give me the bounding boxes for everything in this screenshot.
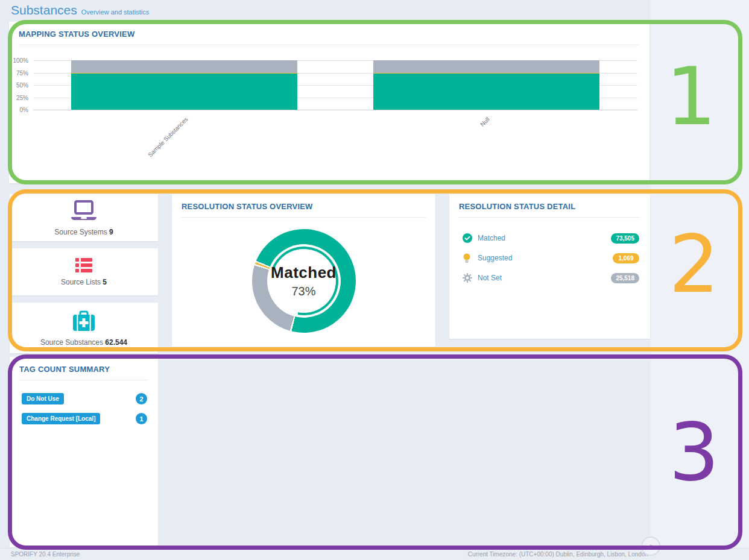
tag-row: Do Not Use 2 (22, 393, 147, 404)
stat-value: 5 (103, 278, 107, 286)
status-row-suggested: Suggested 1,069 (463, 252, 639, 264)
divider (459, 217, 640, 218)
page-title: Substances (11, 3, 77, 17)
y-axis-tick: 100% (13, 57, 28, 64)
stat-card-source-substances[interactable]: Source Substances 62.544 (10, 303, 158, 353)
stacked-bar-0[interactable] (71, 60, 298, 110)
bar-segment-not-set[interactable] (373, 60, 600, 73)
tag-count-summary-panel: TAG COUNT SUMMARY Do Not Use 2 Change Re… (10, 357, 158, 547)
tag-pill-do-not-use[interactable]: Do Not Use (22, 393, 64, 404)
y-axis-tick: 0% (20, 107, 28, 113)
bar-segment-matched[interactable] (71, 74, 298, 110)
panel-title-resolution-overview: RESOLUTION STATUS OVERVIEW (182, 202, 313, 211)
resolution-status-detail-panel: RESOLUTION STATUS DETAIL Matched 73,505 … (449, 194, 650, 339)
resolution-donut-chart[interactable]: Matched 73% (252, 229, 356, 333)
annotation-number-2: 2 (669, 224, 719, 304)
count-badge-suggested: 1,069 (613, 253, 639, 263)
status-link-suggested[interactable]: Suggested (478, 254, 613, 262)
app-version-label: SPORIFY 20.4 Enterprise (11, 551, 80, 558)
lightbulb-icon (463, 253, 472, 263)
annotation-number-1: 1 (666, 57, 716, 136)
stat-label: Source Systems 9 (54, 228, 113, 236)
mapping-bar-chart: 100%75%50%25%0%Sample SubstancesNull (33, 60, 637, 110)
donut-center-label: Matched 73% (252, 229, 356, 333)
stat-value: 9 (109, 228, 113, 236)
y-axis-tick: 25% (16, 94, 28, 101)
footer-bar: SPORIFY 20.4 Enterprise Current Timezone… (0, 548, 749, 560)
app-screen: SubstancesOverview and statistics MAPPIN… (0, 0, 749, 560)
mapping-status-panel: MAPPING STATUS OVERVIEW 100%75%50%25%0%S… (9, 22, 649, 183)
bar-slot: Sample Substances (33, 60, 335, 110)
page-header: SubstancesOverview and statistics (11, 3, 149, 17)
tag-pill-change-request-local[interactable]: Change Request [Local] (22, 413, 100, 424)
bar-slot: Null (335, 60, 637, 110)
stat-label: Source Substances 62.544 (40, 338, 127, 347)
stat-value: 62.544 (105, 338, 127, 347)
page-subtitle: Overview and statistics (81, 8, 149, 16)
status-row-matched: Matched 73,505 (463, 232, 639, 244)
donut-center-value: 73% (291, 285, 315, 298)
annotation-number-3: 3 (669, 412, 719, 492)
panel-title-tag-summary: TAG COUNT SUMMARY (19, 365, 110, 374)
tag-count-badge[interactable]: 1 (136, 413, 147, 424)
stat-label: Source Lists 5 (61, 278, 107, 286)
panel-title-mapping: MAPPING STATUS OVERVIEW (19, 30, 134, 39)
donut-center-title: Matched (271, 263, 337, 282)
tag-row: Change Request [Local] 1 (22, 413, 147, 424)
status-link-not-set[interactable]: Not Set (478, 274, 611, 282)
bar-segment-matched[interactable] (373, 74, 600, 110)
arrow-up-icon (646, 542, 655, 550)
divider (19, 45, 640, 45)
x-axis-label: Sample Substances (147, 116, 189, 159)
divider (19, 380, 148, 380)
stat-card-source-lists[interactable]: Source Lists 5 (10, 248, 158, 295)
stat-card-source-systems[interactable]: Source Systems 9 (10, 194, 158, 241)
panel-title-resolution-detail: RESOLUTION STATUS DETAIL (459, 202, 575, 211)
x-axis-label: Null (479, 116, 491, 128)
bar-segment-not-set[interactable] (71, 60, 298, 73)
medical-case-icon (71, 310, 96, 333)
divider (182, 217, 426, 218)
gear-icon (463, 273, 472, 283)
stacked-bar-1[interactable] (373, 60, 600, 110)
y-axis-tick: 75% (16, 69, 28, 76)
timezone-label: Current Timezone: (UTC+00:00) Dublin, Ed… (468, 551, 648, 558)
gridline (33, 110, 637, 110)
laptop-icon (69, 200, 98, 222)
check-circle-icon (463, 233, 472, 243)
y-axis-tick: 50% (16, 82, 28, 89)
resolution-status-overview-panel: RESOLUTION STATUS OVERVIEW Matched 73% (172, 194, 435, 347)
list-icon (75, 258, 92, 272)
tag-count-badge[interactable]: 2 (136, 393, 147, 404)
scroll-to-top-button[interactable] (641, 536, 660, 556)
count-badge-matched: 73,505 (611, 233, 639, 244)
count-badge-not-set: 25,518 (611, 273, 639, 283)
status-link-matched[interactable]: Matched (478, 234, 611, 242)
status-row-not-set: Not Set 25,518 (463, 272, 639, 284)
